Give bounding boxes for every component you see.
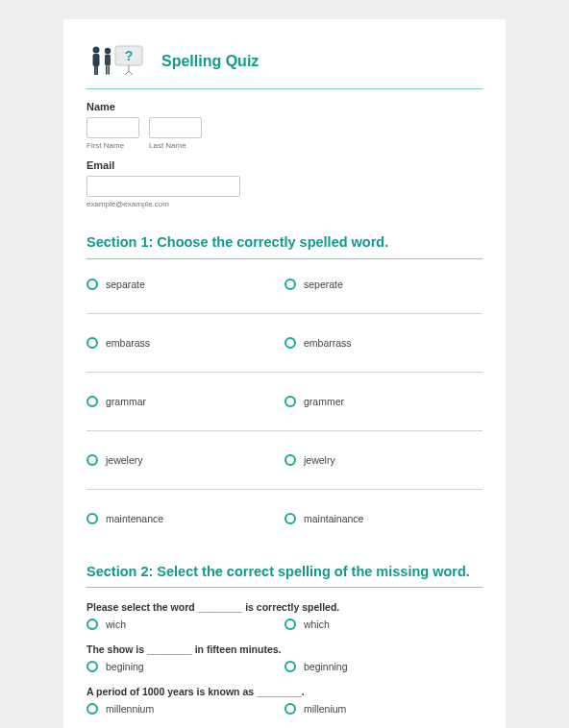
- last-name-sublabel: Last Name: [149, 141, 202, 150]
- option-label: millennium: [106, 703, 154, 715]
- svg-line-3: [125, 71, 129, 75]
- option: maintainance: [284, 513, 482, 524]
- option-label: embarass: [106, 337, 150, 349]
- email-label: Email: [87, 159, 482, 171]
- question-row: separate seperate: [87, 269, 482, 303]
- radio-button[interactable]: [284, 661, 296, 672]
- option: which: [284, 619, 482, 630]
- option-label: which: [304, 619, 330, 630]
- svg-rect-6: [93, 54, 100, 66]
- svg-rect-7: [94, 66, 96, 75]
- radio-button[interactable]: [284, 279, 296, 290]
- radio-button[interactable]: [87, 513, 98, 524]
- svg-line-4: [129, 71, 133, 75]
- first-name-group: First Name: [87, 117, 139, 150]
- radio-button[interactable]: [284, 513, 296, 524]
- svg-point-9: [105, 48, 111, 54]
- option-label: maintainance: [304, 513, 363, 524]
- header-illustration: ?: [87, 42, 146, 81]
- divider: [87, 372, 482, 373]
- divider: [87, 430, 482, 431]
- section2-heading: Section 2: Select the correct spelling o…: [87, 563, 482, 582]
- question-prompt: Please select the word ________ is corre…: [87, 601, 482, 613]
- radio-button[interactable]: [87, 396, 98, 407]
- divider: [87, 88, 482, 89]
- option: millenium: [284, 703, 482, 715]
- last-name-group: Last Name: [149, 117, 202, 150]
- option: beginning: [284, 661, 482, 672]
- radio-button[interactable]: [87, 337, 98, 349]
- radio-button[interactable]: [284, 454, 296, 466]
- option: embarass: [87, 337, 284, 349]
- radio-button[interactable]: [284, 337, 296, 349]
- option: jewelery: [87, 454, 284, 466]
- first-name-input[interactable]: [87, 117, 139, 138]
- svg-rect-10: [105, 55, 111, 66]
- header: ? Spelling Quiz: [87, 42, 482, 81]
- option-label: grammar: [106, 396, 146, 407]
- option: seperate: [284, 279, 482, 290]
- page-title: Spelling Quiz: [161, 53, 259, 70]
- divider: [87, 258, 482, 259]
- question-row: grammar grammer: [87, 386, 482, 421]
- divider: [87, 489, 482, 490]
- option-label: wich: [106, 619, 126, 630]
- option-label: jewelry: [304, 454, 335, 466]
- option-label: millenium: [304, 703, 346, 715]
- question-row: millennium millenium: [87, 703, 482, 715]
- svg-rect-8: [96, 66, 98, 75]
- first-name-sublabel: First Name: [87, 141, 139, 150]
- radio-button[interactable]: [284, 703, 296, 715]
- question-row: wich which: [87, 619, 482, 630]
- radio-button[interactable]: [87, 454, 98, 466]
- option-label: beginning: [304, 661, 348, 672]
- option-label: jewelery: [106, 454, 143, 466]
- email-input[interactable]: [87, 176, 240, 197]
- divider: [87, 587, 482, 588]
- question-row: jewelery jewelry: [87, 445, 482, 479]
- question-prompt: The show is ________ in fifteen minutes.: [87, 643, 482, 655]
- option: wich: [87, 619, 284, 630]
- option-label: seperate: [304, 279, 343, 290]
- question-row: maintenance maintainance: [87, 503, 482, 538]
- divider: [87, 313, 482, 314]
- option: grammar: [87, 396, 284, 407]
- option: jewelry: [284, 454, 482, 466]
- name-row: First Name Last Name: [87, 117, 482, 150]
- svg-point-5: [93, 47, 100, 54]
- option-label: separate: [106, 279, 145, 290]
- section1-heading: Section 1: Choose the correctly spelled …: [87, 233, 482, 253]
- option-label: begining: [106, 661, 144, 672]
- svg-rect-11: [106, 66, 108, 75]
- radio-button[interactable]: [87, 661, 98, 672]
- question-row: embarass embarrass: [87, 328, 482, 362]
- option: grammer: [284, 396, 482, 407]
- radio-button[interactable]: [87, 619, 98, 630]
- radio-button[interactable]: [87, 703, 98, 715]
- svg-rect-12: [108, 66, 110, 75]
- option: separate: [87, 279, 284, 290]
- svg-text:?: ?: [125, 48, 134, 63]
- radio-button[interactable]: [284, 619, 296, 630]
- option-label: maintenance: [106, 513, 163, 524]
- option-label: grammer: [304, 396, 344, 407]
- radio-button[interactable]: [284, 396, 296, 407]
- option-label: embarrass: [304, 337, 352, 349]
- option: embarrass: [284, 337, 482, 349]
- option: begining: [87, 661, 284, 672]
- radio-button[interactable]: [87, 279, 98, 290]
- name-label: Name: [87, 101, 482, 112]
- question-prompt: A period of 1000 years is known as _____…: [87, 686, 482, 697]
- email-hint: example@example.com: [87, 200, 482, 208]
- option: millennium: [87, 703, 284, 715]
- form-page: ? Spelling Quiz Name First: [63, 19, 506, 728]
- last-name-input[interactable]: [149, 117, 202, 138]
- question-row: begining beginning: [87, 661, 482, 672]
- option: maintenance: [87, 513, 284, 524]
